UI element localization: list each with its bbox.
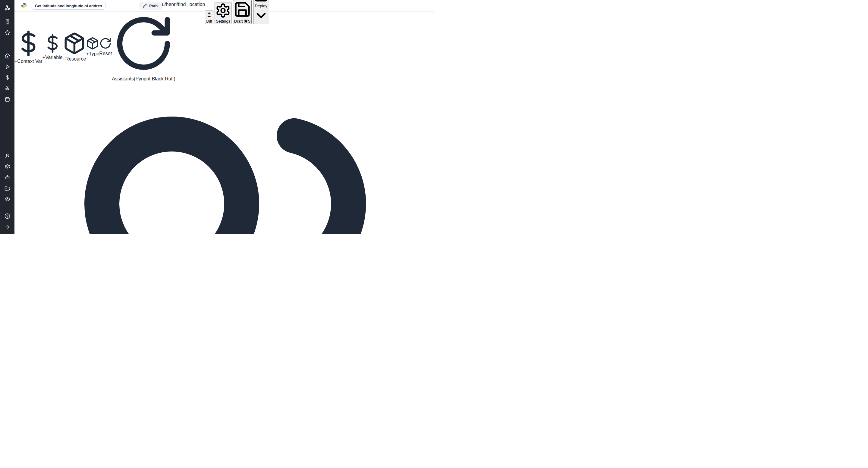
gear-icon <box>4 164 10 170</box>
python-language-icon <box>21 3 27 9</box>
eye-icon <box>4 196 10 202</box>
dollar-icon <box>14 30 42 58</box>
toolbar-left-items: +Context Var+Variable+Resource+TypeReset… <box>14 12 434 81</box>
sidebar-item-folder-open[interactable] <box>0 183 14 194</box>
path-label: Path <box>149 4 158 8</box>
sidebar-item-eye[interactable] <box>0 194 14 204</box>
toolbar-item-label: +Variable <box>42 55 63 60</box>
sidebar-item-boxes[interactable] <box>0 83 14 94</box>
home-icon <box>4 53 10 59</box>
play-icon <box>4 64 10 70</box>
path-edit-section[interactable]: Path <box>139 2 162 10</box>
toolbar-item-assistants[interactable]: Assistants(Pyright Black Ruff) <box>112 12 175 81</box>
path-control[interactable]: Path u/henri/find_location <box>139 2 205 10</box>
toolbar-item-label: +Type <box>86 51 99 56</box>
toolbar-item-label: +Context Var <box>14 59 42 64</box>
sidebar-item-play[interactable] <box>0 61 14 72</box>
top-bar: Path u/henri/find_location Diff Settings <box>14 0 434 12</box>
left-sidebar <box>0 0 14 234</box>
star-icon <box>4 30 10 36</box>
sidebar-divider <box>0 40 14 40</box>
pencil-icon <box>143 4 147 8</box>
toolbar-item-label: +Resource <box>63 56 86 61</box>
sidebar-item-building[interactable] <box>0 16 14 27</box>
package-icon <box>86 37 99 50</box>
editor-toolbar: +Context Var+Variable+Resource+TypeReset… <box>14 12 434 234</box>
calendar-icon <box>4 96 10 102</box>
sidebar-group-admin <box>0 150 14 204</box>
sidebar-item-calendar[interactable] <box>0 94 14 104</box>
sidebar-group-top <box>0 16 14 38</box>
sidebar-item-home[interactable] <box>0 50 14 61</box>
windmill-logo-icon <box>4 4 11 12</box>
save-icon <box>254 0 269 3</box>
windmill-logo[interactable] <box>0 0 14 16</box>
toolbar-item-label: Assistants <box>112 76 134 81</box>
package-icon <box>63 32 86 55</box>
dollar-icon <box>42 33 63 54</box>
sidebar-item-bot[interactable] <box>0 172 14 183</box>
boxes-icon <box>4 86 10 91</box>
sidebar-group-main <box>0 50 14 104</box>
toolbar-item--variable[interactable]: +Variable <box>42 33 63 60</box>
assistants-hint: (Pyright Black Ruff) <box>134 76 176 81</box>
sidebar-item-help-circle[interactable] <box>0 210 14 221</box>
script-title-input[interactable] <box>32 2 105 10</box>
sidebar-item-gear[interactable] <box>0 161 14 172</box>
app-window: Path u/henri/find_location Diff Settings <box>0 0 434 234</box>
bot-icon <box>4 175 10 180</box>
sidebar-group-bottom <box>0 210 14 232</box>
sidebar-item-arrow-right[interactable] <box>0 221 14 232</box>
sidebar-item-star[interactable] <box>0 27 14 38</box>
sidebar-item-user[interactable] <box>0 150 14 161</box>
deploy-label: Deploy <box>255 4 267 8</box>
building-icon <box>4 19 10 25</box>
path-value: u/henri/find_location <box>162 2 205 10</box>
toolbar-item--context-var[interactable]: +Context Var <box>14 30 42 64</box>
user-icon <box>4 153 10 159</box>
toolbar-item--resource[interactable]: +Resource <box>63 32 86 62</box>
refresh-icon <box>99 37 112 50</box>
toolbar-item-reset[interactable]: Reset <box>99 37 112 56</box>
refresh-icon <box>112 12 175 75</box>
toolbar-item--type[interactable]: +Type <box>86 37 99 57</box>
toolbar-item-label: Reset <box>99 51 112 56</box>
help-circle-icon <box>4 213 10 219</box>
arrow-right-icon <box>4 224 10 230</box>
folder-open-icon <box>4 186 10 191</box>
sidebar-item-dollar[interactable] <box>0 72 14 83</box>
dollar-icon <box>4 75 10 80</box>
